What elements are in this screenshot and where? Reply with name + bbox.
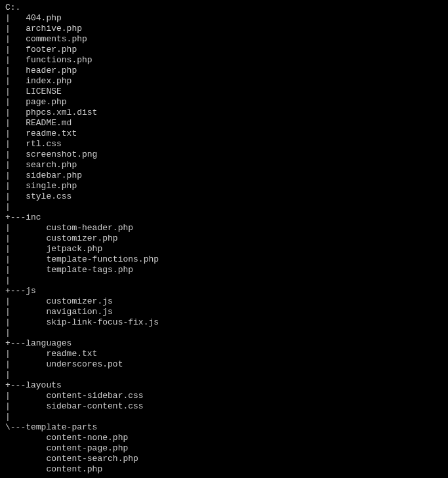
directory-tree-output: C:. | 404.php | archive.php | comments.p… (5, 3, 443, 475)
